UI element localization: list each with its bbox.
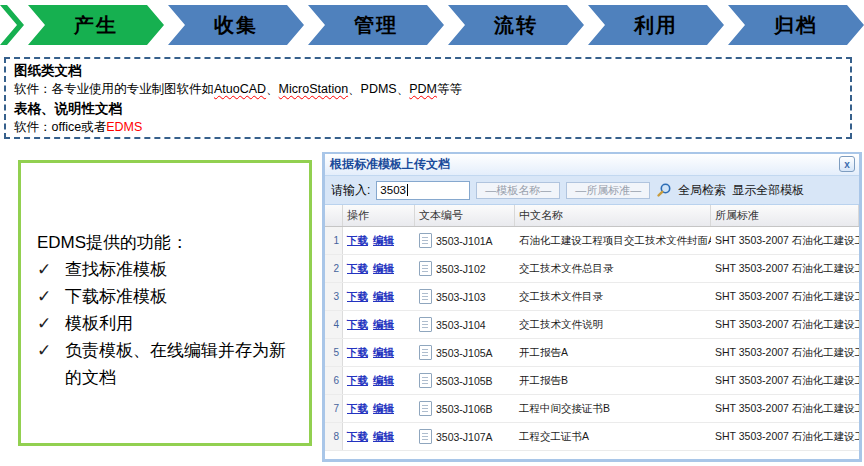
row-number: 6 [325, 367, 343, 394]
note-software-prefix: 软件：各专业使用的专业制图软件如 [14, 82, 214, 96]
column-header-code[interactable]: 文本编号 [415, 205, 515, 226]
table-row[interactable]: 6下载编辑3503-J105B开工报告BSHT 3503-2007 石油化工建设… [325, 367, 859, 395]
edit-link[interactable]: 编辑 [373, 318, 394, 332]
row-code-text: 3503-J104 [436, 319, 486, 331]
process-stage-4: 流转 [448, 5, 584, 45]
note-title-drawings: 图纸类文档 [14, 61, 842, 80]
process-stage-label: 利用 [634, 12, 678, 39]
edit-link[interactable]: 编辑 [373, 234, 394, 248]
edit-link[interactable]: 编辑 [373, 346, 394, 360]
edms-function-item: ✓模板利用 [37, 310, 299, 337]
search-input-label: 请输入: [331, 182, 370, 199]
window-toolbar: 请输入: 3503 —模板名称— —所属标准— 全局检索 显示全部模板 [325, 176, 859, 205]
table-row[interactable]: 2下载编辑3503-J102交工技术文件总目录SHT 3503-2007 石油化… [325, 255, 859, 283]
grid-body: 1下载编辑3503-J101A石油化工建设工程项目交工技术文件封面ASHT 35… [325, 227, 859, 451]
show-all-templates-button[interactable]: 显示全部模板 [732, 182, 804, 199]
row-code-text: 3503-J106B [436, 403, 493, 415]
edit-link[interactable]: 编辑 [373, 290, 394, 304]
row-name: 交工技术文件说明 [515, 311, 711, 338]
row-actions: 下载编辑 [343, 311, 415, 338]
magnifier-icon [656, 182, 672, 198]
row-code-text: 3503-J103 [436, 291, 486, 303]
edms-function-item: ✓查找标准模板 [37, 256, 299, 283]
download-link[interactable]: 下载 [347, 430, 368, 444]
check-icon: ✓ [37, 337, 65, 364]
download-link[interactable]: 下载 [347, 346, 368, 360]
row-standard: SHT 3503-2007 石油化工建设工程项目交工… [711, 283, 859, 310]
download-link[interactable]: 下载 [347, 374, 368, 388]
row-name: 工程中间交接证书B [515, 395, 711, 422]
software-autocad: AtuoCAD [214, 82, 266, 96]
row-code: 3503-J103 [415, 283, 515, 310]
document-icon [419, 373, 432, 388]
edms-function-label: 下载标准模板 [65, 287, 167, 306]
close-icon[interactable]: x [839, 156, 855, 172]
table-row[interactable]: 1下载编辑3503-J101A石油化工建设工程项目交工技术文件封面ASHT 35… [325, 227, 859, 255]
row-code: 3503-J105B [415, 367, 515, 394]
window-titlebar: 根据标准模板上传文档 x [325, 154, 859, 176]
search-input[interactable]: 3503 [376, 181, 470, 200]
column-header-name[interactable]: 中文名称 [515, 205, 711, 226]
edit-link[interactable]: 编辑 [373, 374, 394, 388]
row-number: 5 [325, 339, 343, 366]
table-row[interactable]: 8下载编辑3503-J107A工程交工证书ASHT 3503-2007 石油化工… [325, 423, 859, 451]
row-number: 8 [325, 423, 343, 450]
software-edms: EDMS [106, 120, 142, 134]
process-stage-label: 产生 [74, 12, 118, 39]
table-row[interactable]: 4下载编辑3503-J104交工技术文件说明SHT 3503-2007 石油化工… [325, 311, 859, 339]
software-pdms: PDMS [361, 82, 397, 96]
process-stage-label: 管理 [354, 12, 398, 39]
grid-header: 操作 文本编号 中文名称 所属标准 [325, 205, 859, 227]
global-search-button[interactable]: 全局检索 [678, 182, 726, 199]
row-code-text: 3503-J105B [436, 375, 493, 387]
software-microstation: MicroStation [279, 82, 348, 96]
edit-link[interactable]: 编辑 [373, 402, 394, 416]
template-name-select[interactable]: —模板名称— [476, 182, 560, 199]
edit-link[interactable]: 编辑 [373, 262, 394, 276]
note-software-tables-prefix: 软件：office或者 [14, 120, 106, 134]
row-actions: 下载编辑 [343, 395, 415, 422]
download-link[interactable]: 下载 [347, 262, 368, 276]
download-link[interactable]: 下载 [347, 402, 368, 416]
row-number: 2 [325, 255, 343, 282]
process-stage-label: 收集 [214, 12, 258, 39]
separator: 、 [348, 82, 361, 96]
upload-window: 根据标准模板上传文档 x 请输入: 3503 —模板名称— —所属标准— 全局检… [322, 152, 862, 462]
row-name: 开工报告A [515, 339, 711, 366]
row-actions: 下载编辑 [343, 423, 415, 450]
standard-select[interactable]: —所属标准— [566, 182, 650, 199]
table-row[interactable]: 3下载编辑3503-J103交工技术文件目录SHT 3503-2007 石油化工… [325, 283, 859, 311]
templates-grid: 操作 文本编号 中文名称 所属标准 1下载编辑3503-J101A石油化工建设工… [325, 205, 859, 451]
edit-link[interactable]: 编辑 [373, 430, 394, 444]
row-standard: SHT 3503-2007 石油化工建设工程项目交工… [711, 255, 859, 282]
process-stage-5: 利用 [588, 5, 724, 45]
row-standard: SHT 3503-2007 石油化工建设工程项目交工… [711, 311, 859, 338]
process-stage-1: 产生 [28, 5, 164, 45]
download-link[interactable]: 下载 [347, 318, 368, 332]
download-link[interactable]: 下载 [347, 234, 368, 248]
row-actions: 下载编辑 [343, 367, 415, 394]
column-header-actions[interactable]: 操作 [343, 205, 415, 226]
row-actions: 下载编辑 [343, 227, 415, 254]
document-icon [419, 233, 432, 248]
edms-function-item: ✓负责模板、在线编辑并存为新的文档 [37, 337, 299, 391]
row-code: 3503-J104 [415, 311, 515, 338]
row-code: 3503-J101A [415, 227, 515, 254]
table-row[interactable]: 7下载编辑3503-J106B工程中间交接证书BSHT 3503-2007 石油… [325, 395, 859, 423]
row-code: 3503-J102 [415, 255, 515, 282]
row-number: 7 [325, 395, 343, 422]
note-software-drawings: 软件：各专业使用的专业制图软件如AtuoCAD、MicroStation、PDM… [14, 80, 842, 99]
note-software-suffix: 等等 [437, 82, 462, 96]
table-row[interactable]: 5下载编辑3503-J105A开工报告ASHT 3503-2007 石油化工建设… [325, 339, 859, 367]
note-software-tables: 软件：office或者EDMS [14, 118, 842, 137]
separator: 、 [397, 82, 410, 96]
process-stage-3: 管理 [308, 5, 444, 45]
process-stage-label: 归档 [774, 12, 818, 39]
row-name: 工程交工证书A [515, 423, 711, 450]
doc-types-note: 图纸类文档 软件：各专业使用的专业制图软件如AtuoCAD、MicroStati… [4, 57, 852, 139]
row-number: 4 [325, 311, 343, 338]
column-header-standard[interactable]: 所属标准 [711, 205, 859, 226]
download-link[interactable]: 下载 [347, 290, 368, 304]
process-flow: 产生收集管理流转利用归档 [0, 5, 864, 45]
row-name: 交工技术文件目录 [515, 283, 711, 310]
